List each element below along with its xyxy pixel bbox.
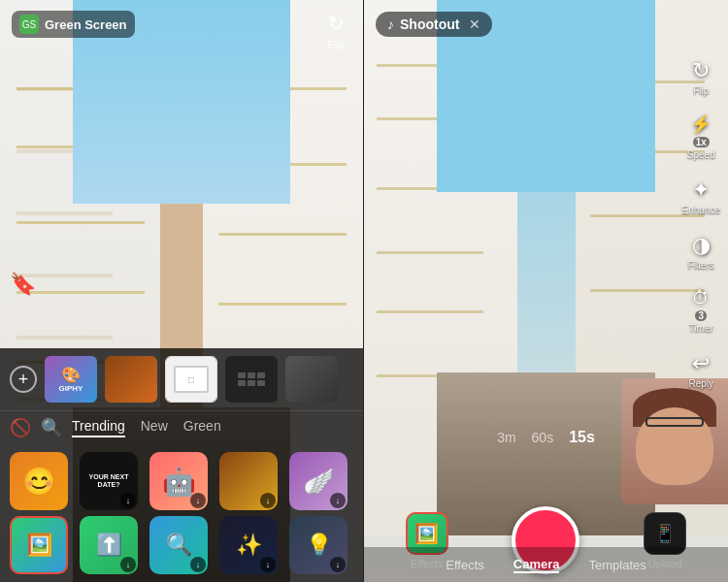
effects-grid: 😊 YOUR NEXT DATE? ↓ 🤖 ↓ ↓ 🪽 ↓ 🖼️ (0, 444, 363, 582)
person-face (636, 407, 713, 485)
add-icon: + (18, 370, 29, 390)
effect-upload[interactable]: ⬆️ ↓ (80, 516, 138, 574)
green-screen-label: Green Screen (45, 17, 127, 32)
tab-templates[interactable]: Templates (588, 558, 645, 572)
reply-icon: ↩ (692, 351, 710, 376)
thumb-img1[interactable] (105, 356, 157, 403)
effect-stars[interactable]: ✨ ↓ (219, 516, 278, 574)
search-icon-left[interactable]: 🔍 (41, 417, 62, 438)
flip-ctrl-label: Flip (693, 85, 709, 96)
effect-greenscreen[interactable]: 🖼️ (10, 516, 68, 574)
enhance-icon: ✦ (692, 178, 710, 203)
right-controls: ↻ Flip ⚡ 1x Speed ✦ Enhance ◑ Filters ⏱ … (682, 58, 720, 389)
enhance-control[interactable]: ✦ Enhance (682, 178, 720, 215)
bottom-overlay: + 🎨 GIPHY □ (0, 348, 363, 582)
green-screen-icon: GS (19, 15, 39, 34)
timer-icon: ⏱ (692, 288, 710, 308)
right-header: ♪ Shootout ✕ (364, 0, 728, 48)
thumb-grid[interactable] (225, 356, 278, 403)
music-icon: ♪ (387, 16, 394, 32)
timer-badge: 3 (695, 310, 707, 321)
tab-camera[interactable]: Camera (513, 557, 560, 573)
song-title: Shootout (400, 16, 459, 32)
filter-row: 🚫 🔍 Trending New Green (0, 411, 363, 444)
effect-avatar[interactable]: 🤖 ↓ (149, 452, 208, 510)
effect-pattern[interactable]: ↓ (219, 452, 278, 510)
thumb-white[interactable]: □ (165, 356, 217, 403)
reply-label: Reply (688, 378, 713, 389)
filters-control[interactable]: ◑ Filters (688, 233, 714, 271)
flip-button-left[interactable]: ↻ Flip (320, 8, 351, 50)
effect-next-date[interactable]: YOUR NEXT DATE? ↓ (80, 452, 138, 510)
add-button[interactable]: + (10, 366, 37, 393)
person-thumbnail (621, 378, 728, 504)
enhance-label: Enhance (682, 205, 720, 215)
duration-row: 3m 60s 15s (497, 429, 595, 446)
person-glasses (645, 417, 704, 427)
tab-trending[interactable]: Trending (72, 418, 125, 437)
dur-3m[interactable]: 3m (497, 430, 515, 445)
effect-bulb[interactable]: 💡 ↓ (289, 516, 347, 574)
left-panel: GS Green Screen ↻ Flip 🔖 + 🎨 GIPHY □ (0, 0, 364, 582)
right-panel: ♪ Shootout ✕ ↻ Flip ⚡ 1x Speed ✦ Enhance… (364, 0, 728, 582)
filters-label: Filters (688, 260, 714, 271)
speed-badge: 1x (693, 137, 710, 147)
timer-label: Timer (689, 323, 713, 334)
green-screen-badge: GS Green Screen (12, 11, 135, 38)
no-filter-icon[interactable]: 🚫 (10, 417, 31, 438)
close-song-button[interactable]: ✕ (469, 16, 480, 32)
thumb-dark[interactable] (285, 356, 338, 403)
filters-icon: ◑ (692, 233, 711, 258)
speed-control[interactable]: ⚡ 1x Speed (687, 113, 715, 160)
effect-zoom[interactable]: 🔍 ↓ (149, 516, 208, 574)
flip-icon: ↻ (320, 8, 351, 39)
bottom-tabs: Effects Camera Templates (364, 547, 728, 582)
reply-control[interactable]: ↩ Reply (688, 351, 713, 389)
flip-label: Flip (327, 39, 345, 50)
dur-15s[interactable]: 15s (569, 429, 595, 446)
song-badge[interactable]: ♪ Shootout ✕ (376, 12, 492, 37)
speed-icon: ⚡ (690, 113, 711, 135)
thumbnails-row: + 🎨 GIPHY □ (0, 348, 363, 411)
filter-tabs: Trending New Green (72, 418, 353, 437)
effect-face1[interactable]: 😊 (10, 452, 68, 510)
dur-60s[interactable]: 60s (532, 430, 554, 445)
flip-control[interactable]: ↻ Flip (692, 58, 710, 96)
speed-label: Speed (687, 149, 715, 160)
tab-new[interactable]: New (141, 418, 168, 437)
timer-control[interactable]: ⏱ 3 Timer (689, 288, 713, 334)
bookmark-icon[interactable]: 🔖 (10, 272, 36, 297)
flip-ctrl-icon: ↻ (692, 58, 710, 83)
tab-green[interactable]: Green (183, 418, 221, 437)
effect-wings[interactable]: 🪽 ↓ (289, 452, 347, 510)
thumb-giphy[interactable]: 🎨 GIPHY (45, 356, 97, 403)
left-header: GS Green Screen ↻ Flip (0, 0, 363, 48)
tab-effects[interactable]: Effects (446, 558, 484, 572)
